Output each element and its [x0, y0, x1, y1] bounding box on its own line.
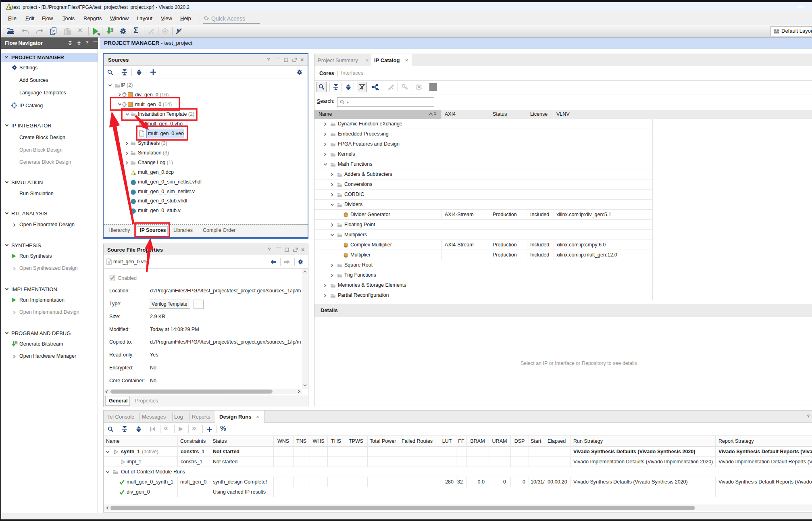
svg-text:10: 10	[110, 30, 113, 33]
svg-text:10: 10	[15, 343, 17, 345]
